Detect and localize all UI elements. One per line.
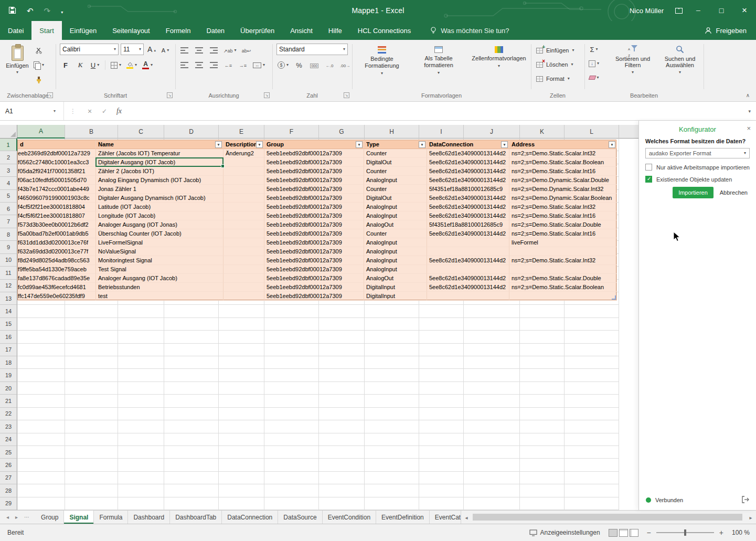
table-cell[interactable]: 5f43b7e1742ccc0001abe449	[18, 185, 96, 194]
column-header-C[interactable]: C	[118, 125, 164, 139]
maximize-button[interactable]	[710, 0, 733, 21]
align-middle-button[interactable]	[194, 45, 204, 56]
table-cell[interactable]: 5f5a00bad7b2ef0001ab9db5	[18, 229, 96, 238]
share-button[interactable]: Freigeben	[705, 21, 747, 40]
table-cell[interactable]: 5eeb1eebd92dbf00012a7309	[264, 220, 364, 229]
column-header-D[interactable]: D	[164, 125, 219, 139]
confirm-entry-button[interactable]	[98, 102, 111, 120]
table-cell[interactable]: 5eeb1eebd92dbf00012a7309	[264, 194, 364, 203]
filter-button[interactable]	[501, 141, 508, 148]
row-header-5[interactable]: 5	[0, 190, 17, 203]
ribbon-tab-seitenlayout[interactable]: Seitenlayout	[104, 21, 158, 40]
row-header-16[interactable]: 16	[0, 331, 17, 343]
row-header-9[interactable]: 9	[0, 241, 17, 253]
table-cell[interactable]: 5eeb1eebd92dbf00012a7309	[264, 149, 364, 158]
align-right-button[interactable]	[209, 60, 218, 70]
ribbon-tab-datei[interactable]: Datei	[0, 21, 31, 40]
row-header-8[interactable]: 8	[0, 228, 17, 241]
copy-button[interactable]	[34, 60, 44, 70]
table-cell[interactable]: 5eeb1eebd92dbf00012a7309	[264, 292, 364, 301]
table-cell[interactable]: Counter	[364, 149, 427, 158]
table-cell[interactable]: 5ee8c62d1e340900013144d2	[427, 158, 509, 167]
pane-close-button[interactable]	[747, 124, 751, 132]
fill-button[interactable]	[589, 58, 599, 69]
align-bottom-button[interactable]	[209, 45, 218, 56]
column-header-H[interactable]: H	[365, 125, 419, 139]
table-header-DataConnection[interactable]: DataConnection	[427, 140, 509, 149]
table-header-Name[interactable]: Name	[96, 140, 223, 149]
row-header-4[interactable]: 4	[0, 177, 17, 189]
view-page-layout-button[interactable]	[619, 529, 628, 537]
table-cell[interactable]: 5f4cf5f2f21ee30001818804	[18, 203, 96, 211]
row-header-22[interactable]: 22	[0, 408, 17, 420]
customize-quick-access-button[interactable]	[61, 7, 63, 15]
table-cell[interactable]: AnalogOut	[364, 220, 427, 229]
table-cell[interactable]	[223, 238, 264, 247]
autosum-button[interactable]	[589, 44, 599, 55]
checkbox-update-objects[interactable]	[645, 176, 652, 183]
table-cell[interactable]: 5ee8c62d1e340900013144d2	[427, 194, 509, 203]
table-cell[interactable]: 5f4cf5f6f21ee30001818807	[18, 211, 96, 220]
view-page-break-button[interactable]	[630, 529, 638, 537]
filter-button[interactable]	[256, 141, 263, 148]
sheet-tab-eventcondition[interactable]: EventCondition	[323, 511, 376, 524]
row-header-17[interactable]: 17	[0, 344, 17, 356]
font-color-button[interactable]	[142, 60, 153, 70]
table-cell[interactable]: 5eeb1eebd92dbf00012a7309	[264, 167, 364, 176]
column-header-L[interactable]: L	[565, 125, 619, 139]
table-cell[interactable]: 5f573d3b30ee0b00012b6df2	[18, 220, 96, 229]
delete-cells-button[interactable]: Löschen	[536, 59, 573, 70]
logout-button[interactable]	[741, 496, 750, 504]
ribbon-tab-überprüfen[interactable]: Überprüfen	[232, 21, 282, 40]
sort-filter-button[interactable]: Sortieren und Filtern	[610, 42, 656, 89]
table-cell[interactable]: AnalogInput	[364, 211, 427, 220]
clear-button[interactable]	[589, 72, 599, 83]
row-header-13[interactable]: 13	[0, 292, 17, 305]
filter-button[interactable]	[356, 141, 363, 148]
table-cell[interactable]: ns=2;s=Demo.Static.Scalar.Int32	[509, 256, 617, 265]
sheet-tab-dataconnection[interactable]: DataConnection	[222, 511, 278, 524]
insert-function-button[interactable]: fx	[112, 102, 126, 120]
table-header-d[interactable]: d	[18, 140, 96, 149]
undo-button[interactable]	[27, 7, 34, 15]
zoom-in-button[interactable]	[719, 528, 723, 537]
scroll-right-button[interactable]	[746, 511, 756, 524]
borders-button[interactable]	[111, 60, 121, 70]
format-painter-button[interactable]	[34, 75, 44, 85]
column-header-B[interactable]: B	[65, 125, 118, 139]
table-cell[interactable]: DigitalOut	[364, 158, 427, 167]
font-dialog-launcher[interactable]	[167, 92, 173, 98]
row-header-18[interactable]: 18	[0, 356, 17, 369]
increase-font-size-button[interactable]	[147, 44, 156, 55]
table-cell[interactable]: 5eeb1eebd92dbf00012a7309	[264, 203, 364, 211]
table-cell[interactable]: Monitoringtest Signal	[96, 256, 223, 265]
bold-button[interactable]	[61, 60, 70, 70]
increase-decimal-button[interactable]	[325, 60, 334, 70]
table-cell[interactable]	[223, 220, 264, 229]
table-cell[interactable]: ns=2;s=Demo.Dynamic.Scalar.Boolean	[509, 194, 617, 203]
table-cell[interactable]: Counter	[364, 167, 427, 176]
formula-bar-drag-handle[interactable]	[70, 102, 76, 120]
table-cell[interactable]: 5ee8c62d1e340900013144d2	[427, 229, 509, 238]
underline-button[interactable]	[90, 60, 100, 70]
table-cell[interactable]: 5f0562c27480c10001ea3cc3	[18, 158, 96, 167]
name-box-caret-icon[interactable]	[54, 102, 56, 120]
row-header-15[interactable]: 15	[0, 318, 17, 331]
table-cell[interactable]: Analoger Ausgang (IOT Jacob)	[96, 274, 223, 283]
table-cell[interactable]: AnalogInput	[364, 256, 427, 265]
table-cell[interactable]: DigitalInput	[364, 283, 427, 292]
table-cell[interactable]: Analog Eingang Dynamisch (IOT Jacob)	[96, 176, 223, 185]
table-header-Group[interactable]: Group	[264, 140, 364, 149]
table-cell[interactable]	[509, 247, 617, 256]
table-cell[interactable]	[223, 194, 264, 203]
cell-styles-button[interactable]: Zellenformatvorlagen	[468, 43, 529, 88]
table-cell[interactable]: ns=2;s=Demo.Static.Scalar.Int16	[509, 229, 617, 238]
next-sheet-button[interactable]	[15, 514, 18, 520]
table-cell[interactable]: Überschlag Counter (IOT Jacob)	[96, 229, 223, 238]
table-cell[interactable]: 5eeb1eebd92dbf00012a7309	[264, 283, 364, 292]
row-header-6[interactable]: 6	[0, 203, 17, 215]
table-cell[interactable]	[427, 265, 509, 274]
sheet-tab-group[interactable]: Group	[36, 511, 64, 524]
table-cell[interactable]: 5eeb1eebd92dbf00012a7309	[264, 176, 364, 185]
table-cell[interactable]: ns=2;s=Demo.Static.Scalar.Int32	[509, 149, 617, 158]
